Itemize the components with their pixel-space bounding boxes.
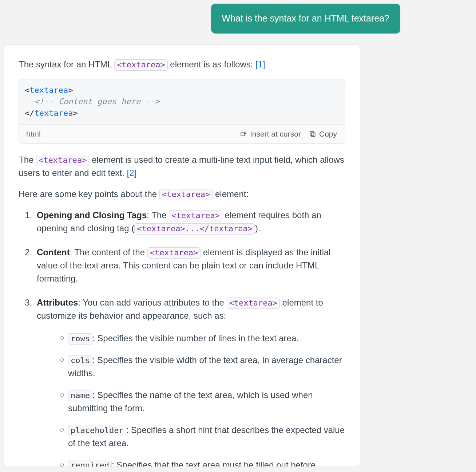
kp-intro-code: <textarea> bbox=[159, 189, 213, 201]
keypoints-intro: Here are some key points about the <text… bbox=[19, 188, 345, 201]
keypoint-3: Attributes: You can add various attribut… bbox=[35, 296, 345, 467]
insert-icon bbox=[240, 130, 247, 138]
svg-rect-1 bbox=[312, 133, 315, 137]
intro-paragraph: The syntax for an HTML <textarea> elemen… bbox=[19, 58, 345, 71]
attr-required: required: Specifies that the text area m… bbox=[60, 459, 345, 467]
attr-placeholder: placeholder: Specifies a short hint that… bbox=[60, 424, 345, 450]
code-toolbar: html Insert at cursor Copy bbox=[19, 124, 345, 143]
kp-intro-post: element: bbox=[213, 189, 249, 199]
svg-rect-0 bbox=[241, 132, 245, 136]
insert-label: Insert at cursor bbox=[250, 128, 301, 140]
code-content: <textarea> <!-- Content goes here --> </… bbox=[19, 79, 345, 125]
attributes-list: rows: Specifies the visible number of li… bbox=[60, 332, 345, 467]
kp3-title: Attributes bbox=[37, 298, 78, 307]
attr-rows-desc: : Specifies the visible number of lines … bbox=[92, 333, 299, 343]
kp2-title: Content bbox=[37, 247, 70, 257]
keypoint-1: Opening and Closing Tags: The <textarea>… bbox=[35, 209, 345, 235]
kp1-c: ). bbox=[255, 223, 261, 233]
kp1-code1: <textarea> bbox=[169, 210, 222, 222]
assistant-response-card: The syntax for an HTML <textarea> elemen… bbox=[4, 44, 360, 467]
attr-rows-name: rows bbox=[68, 333, 92, 345]
tok: </ bbox=[25, 109, 35, 118]
copy-icon bbox=[309, 130, 316, 138]
reference-link-1[interactable]: [1] bbox=[255, 59, 265, 69]
kp3-a: : You can add various attributes to the bbox=[78, 298, 226, 307]
tok: > bbox=[73, 109, 78, 118]
tok: < bbox=[25, 86, 29, 95]
tok bbox=[25, 97, 35, 106]
tok: --> bbox=[145, 97, 160, 106]
intro-text-post: element is as follows: bbox=[168, 59, 255, 69]
kp2-a: : The content of the bbox=[70, 247, 147, 257]
kp-intro-pre: Here are some key points about the bbox=[19, 189, 159, 199]
copy-label: Copy bbox=[319, 128, 337, 140]
keypoints-list: Opening and Closing Tags: The <textarea>… bbox=[35, 209, 345, 467]
insert-at-cursor-button[interactable]: Insert at cursor bbox=[240, 128, 301, 140]
tok: textarea bbox=[29, 86, 68, 95]
user-message-text: What is the syntax for an HTML textarea? bbox=[222, 13, 389, 23]
reference-link-2[interactable]: [2] bbox=[127, 168, 137, 178]
user-message-row: What is the syntax for an HTML textarea? bbox=[4, 3, 472, 34]
desc-textarea-code: <textarea> bbox=[36, 155, 89, 166]
attr-cols-name: cols bbox=[68, 355, 92, 367]
kp1-a: : The bbox=[147, 210, 169, 220]
intro-text-pre: The syntax for an HTML bbox=[19, 59, 114, 69]
intro-textarea-code: <textarea> bbox=[114, 59, 167, 71]
user-message-bubble: What is the syntax for an HTML textarea? bbox=[211, 4, 400, 34]
tok: Content goes here bbox=[53, 97, 145, 106]
attr-rows: rows: Specifies the visible number of li… bbox=[60, 332, 345, 345]
kp1-title: Opening and Closing Tags bbox=[37, 210, 147, 220]
svg-rect-2 bbox=[310, 131, 314, 135]
attr-placeholder-name: placeholder bbox=[68, 425, 126, 437]
desc-pre: The bbox=[19, 155, 36, 165]
attr-name-desc: : Specifies the name of the text area, w… bbox=[68, 390, 313, 413]
attr-cols: cols: Specifies the visible width of the… bbox=[60, 354, 345, 380]
attr-required-name: required bbox=[68, 460, 112, 467]
code-language-label: html bbox=[26, 128, 232, 140]
tok: > bbox=[68, 86, 73, 95]
description-paragraph: The <textarea> element is used to create… bbox=[19, 153, 345, 180]
kp1-code2: <textarea>...</textarea> bbox=[134, 223, 255, 235]
attr-name: name: Specifies the name of the text are… bbox=[60, 389, 345, 415]
copy-button[interactable]: Copy bbox=[309, 128, 337, 140]
code-block: <textarea> <!-- Content goes here --> </… bbox=[19, 79, 345, 144]
attr-cols-desc: : Specifies the visible width of the tex… bbox=[68, 355, 342, 378]
kp2-code1: <textarea> bbox=[147, 247, 201, 259]
keypoint-2: Content: The content of the <textarea> e… bbox=[35, 246, 345, 285]
attr-name-name: name bbox=[68, 390, 92, 402]
kp3-code1: <textarea> bbox=[227, 298, 280, 309]
tok: <!-- bbox=[35, 97, 54, 106]
tok: textarea bbox=[35, 109, 73, 118]
